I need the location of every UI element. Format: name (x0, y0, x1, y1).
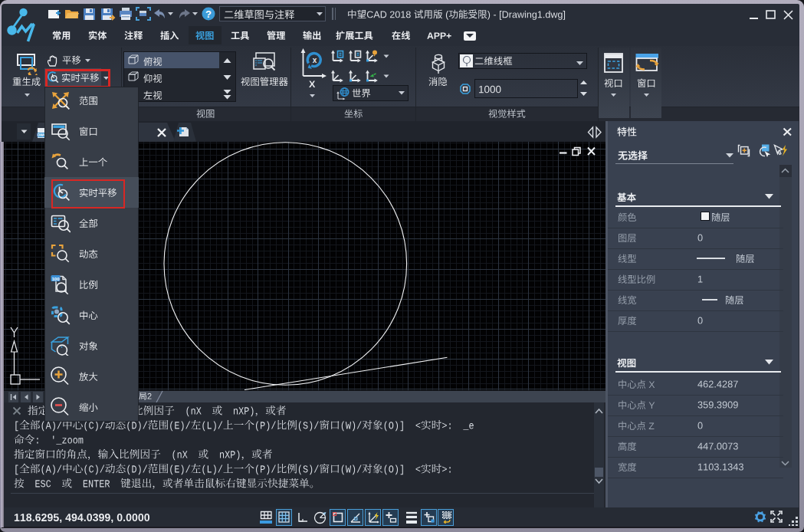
svg-text:x: x (313, 56, 317, 64)
svg-text:100: 100 (51, 277, 60, 281)
svg-text:?: ? (205, 8, 212, 20)
